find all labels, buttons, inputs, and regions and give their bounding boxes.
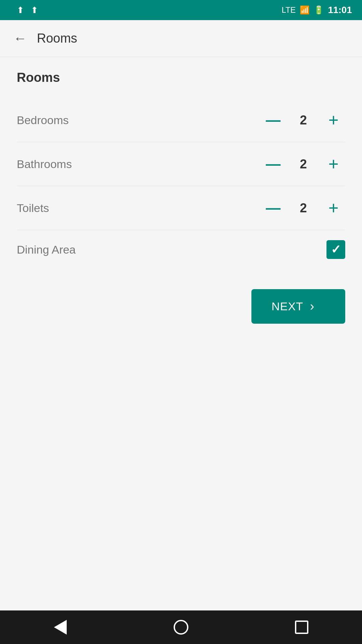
dining-area-checkbox[interactable]: ✓ bbox=[326, 240, 345, 259]
bedrooms-minus-icon: — bbox=[266, 113, 281, 127]
dining-area-label: Dining Area bbox=[17, 243, 326, 256]
dining-area-row: Dining Area ✓ bbox=[17, 230, 345, 269]
back-button[interactable]: ← bbox=[10, 28, 30, 49]
bedrooms-decrement-button[interactable]: — bbox=[261, 108, 285, 132]
bedrooms-stepper: — 2 + bbox=[261, 108, 345, 132]
toilets-label: Toilets bbox=[17, 202, 261, 215]
signal-icon: 📶 bbox=[300, 5, 310, 15]
next-button[interactable]: NEXT › bbox=[251, 289, 345, 324]
toilets-plus-icon: + bbox=[328, 199, 339, 217]
recent-square-icon bbox=[295, 621, 308, 634]
status-bar: ⬆ ⬆ LTE 📶 🔋 11:01 bbox=[0, 0, 362, 20]
next-arrow-icon: › bbox=[310, 299, 314, 314]
bathrooms-value: 2 bbox=[295, 157, 312, 171]
nav-bar bbox=[0, 610, 362, 644]
checkmark-icon: ✓ bbox=[331, 243, 341, 257]
toilets-minus-icon: — bbox=[266, 201, 281, 215]
nav-recent-button[interactable] bbox=[288, 614, 315, 641]
lte-icon: LTE bbox=[282, 5, 296, 15]
bathrooms-label: Bathrooms bbox=[17, 158, 261, 171]
toilets-stepper: — 2 + bbox=[261, 196, 345, 220]
bathrooms-row: Bathrooms — 2 + bbox=[17, 142, 345, 186]
upload-icons: ⬆ ⬆ bbox=[17, 5, 38, 15]
next-button-container: NEXT › bbox=[17, 289, 345, 324]
bedrooms-label: Bedrooms bbox=[17, 114, 261, 127]
bedrooms-plus-icon: + bbox=[328, 111, 339, 129]
battery-icon: 🔋 bbox=[314, 5, 324, 15]
bedrooms-value: 2 bbox=[295, 113, 312, 127]
bathrooms-decrement-button[interactable]: — bbox=[261, 152, 285, 176]
toolbar-title: Rooms bbox=[37, 31, 77, 46]
bathrooms-increment-button[interactable]: + bbox=[322, 152, 345, 176]
back-arrow-icon: ← bbox=[13, 31, 27, 46]
upload-icon-2: ⬆ bbox=[31, 5, 38, 15]
bedrooms-row: Bedrooms — 2 + bbox=[17, 98, 345, 142]
bathrooms-minus-icon: — bbox=[266, 157, 281, 171]
back-triangle-icon bbox=[54, 620, 67, 635]
toolbar: ← Rooms bbox=[0, 20, 362, 57]
bedrooms-increment-button[interactable]: + bbox=[322, 108, 345, 132]
upload-icon-1: ⬆ bbox=[17, 5, 24, 15]
toilets-row: Toilets — 2 + bbox=[17, 186, 345, 230]
nav-back-button[interactable] bbox=[47, 614, 74, 641]
next-button-label: NEXT bbox=[272, 300, 303, 313]
toilets-increment-button[interactable]: + bbox=[322, 196, 345, 220]
bathrooms-plus-icon: + bbox=[328, 155, 339, 173]
page-title: Rooms bbox=[17, 70, 345, 85]
status-bar-icons: LTE 📶 🔋 11:01 bbox=[282, 5, 352, 15]
main-content: Rooms Bedrooms — 2 + Bathrooms — 2 + Toi… bbox=[0, 57, 362, 610]
nav-home-button[interactable] bbox=[168, 614, 194, 641]
toilets-decrement-button[interactable]: — bbox=[261, 196, 285, 220]
bathrooms-stepper: — 2 + bbox=[261, 152, 345, 176]
toilets-value: 2 bbox=[295, 201, 312, 215]
home-circle-icon bbox=[174, 620, 188, 635]
time-display: 11:01 bbox=[328, 5, 352, 15]
